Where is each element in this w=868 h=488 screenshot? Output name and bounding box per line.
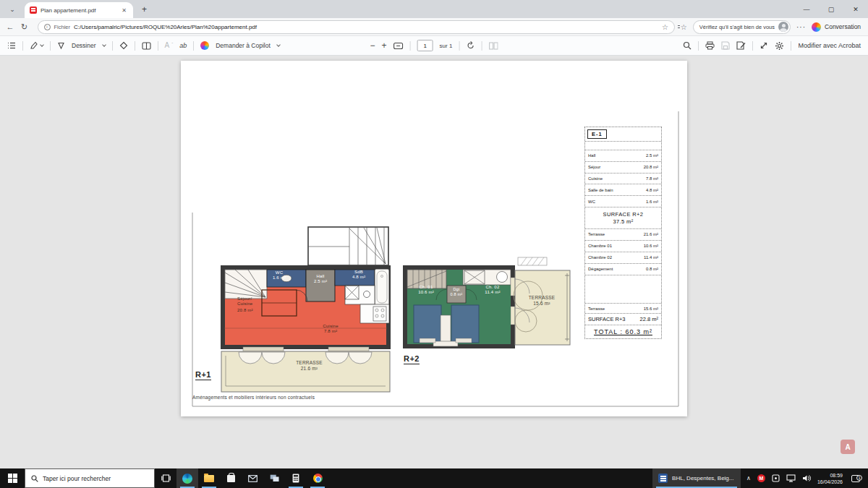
highlighter-icon[interactable] (30, 41, 43, 50)
taskbar-search-input[interactable] (43, 475, 144, 482)
calculator-icon (292, 474, 299, 483)
taskbar-store-button[interactable] (220, 468, 242, 488)
network-icon[interactable] (786, 474, 796, 482)
taskbar-search-box[interactable] (25, 468, 155, 488)
refresh-icon[interactable]: ↻ (17, 22, 32, 32)
favorites-list-icon[interactable]: ☆ (681, 23, 687, 31)
antivirus-icon[interactable]: M (757, 474, 765, 482)
new-tab-button[interactable]: + (142, 5, 147, 14)
profile-verification-button[interactable]: Vérifiez qu'il s'agit bien de vous (693, 20, 791, 34)
fullscreen-expand-icon[interactable] (760, 41, 768, 50)
read-aloud-icon[interactable]: ab (179, 43, 187, 49)
chambre1-label: Ch. 01 10.6 m² (411, 285, 441, 295)
print-icon[interactable] (705, 41, 715, 50)
save-icon[interactable] (721, 41, 730, 50)
ask-copilot-chevron-icon[interactable] (276, 43, 281, 47)
pdf-page: Séjour/ Cuisine 20.8 m² Cuisine 7.8 m² W… (181, 61, 687, 416)
draw-button[interactable]: Dessiner (72, 42, 96, 49)
search-icon (31, 475, 38, 482)
sdb-label: SdB 4.8 m² (346, 270, 372, 280)
minimize-button[interactable]: — (794, 0, 819, 18)
chambre2-label: Ch. 02 11.4 m² (477, 285, 508, 295)
draw-chevron-icon[interactable] (102, 43, 106, 47)
draw-pen-icon[interactable] (57, 42, 65, 50)
two-page-view-icon[interactable] (142, 42, 151, 50)
edge-icon (182, 474, 192, 484)
screens-icon (270, 474, 279, 482)
mail-icon (248, 475, 258, 482)
taskbar-calculator-button[interactable] (285, 468, 307, 488)
zoom-out-icon[interactable]: − (370, 41, 375, 50)
start-button[interactable] (0, 468, 25, 488)
tray-app-icon[interactable] (772, 474, 780, 482)
surface-r3-total: SURFACE R+322.8 m² (585, 314, 661, 325)
action-center-button[interactable]: 1 (849, 475, 862, 482)
legend-row: Terrasse21.6 m² (585, 229, 661, 241)
legend-row: Salle de bain4.8 m² (585, 184, 661, 196)
ask-copilot-button[interactable]: Demander à Copilot (216, 42, 271, 49)
rotate-icon[interactable] (466, 41, 475, 50)
tab-close-icon[interactable]: ✕ (120, 6, 128, 15)
close-button[interactable]: ✕ (843, 0, 868, 18)
plan-footnote: Aménagements et mobiliers intérieurs non… (192, 395, 315, 400)
taskbar-open-document-button[interactable]: BHL, Despentes, Beig... (652, 468, 741, 488)
pdf-viewer[interactable]: Séjour/ Cuisine 20.8 m² Cuisine 7.8 m² W… (0, 56, 868, 468)
volume-icon[interactable] (802, 474, 811, 482)
hall-label: Hall 2.5 m² (307, 274, 333, 284)
text-size-icon[interactable]: Aˆ (165, 42, 174, 49)
active-tab[interactable]: Plan appartement.pdf ✕ (25, 2, 133, 18)
terrasse2-label: TERRASSE 15.6 m² (519, 295, 564, 307)
acrobat-float-icon[interactable]: A (841, 440, 855, 454)
settings-gear-icon[interactable] (775, 41, 784, 51)
page-count-label: sur 1 (440, 43, 453, 49)
system-tray: ∧ M 08:59 16/04/2026 1 (741, 468, 868, 488)
tray-overflow-chevron-icon[interactable]: ∧ (746, 475, 751, 481)
highlighter-chevron-icon[interactable] (40, 43, 44, 47)
surface-r2-total: SURFACE R+2 37.5 m² (585, 207, 661, 229)
page-info-icon[interactable]: i (44, 24, 51, 30)
save-as-annotate-icon[interactable] (736, 41, 746, 50)
url-field[interactable]: i Fichier C:/Users/pamalric/Pictures/ROQ… (38, 20, 675, 34)
degagement-label: Dgt 0.8 m² (446, 287, 467, 296)
page-layout-icon[interactable] (488, 42, 498, 50)
maximize-button[interactable]: ▢ (819, 0, 843, 18)
tab-title: Plan appartement.pdf (41, 7, 116, 14)
terrasse1-label: TERRASSE 21.6 m² (278, 360, 340, 372)
page-number-input[interactable] (417, 40, 433, 51)
edge-window: ⌄ Plan appartement.pdf ✕ + — ▢ ✕ ← ↻ i F… (0, 0, 868, 488)
legend-row: Chambre 0211.4 m² (585, 252, 661, 264)
address-bar: ← ↻ i Fichier C:/Users/pamalric/Pictures… (0, 18, 868, 36)
pdf-favicon (30, 7, 37, 14)
edit-with-acrobat-button[interactable]: Modifier avec Acrobat (798, 42, 861, 49)
browser-menu-icon[interactable]: ··· (796, 23, 806, 31)
pdf-toolbar: Dessiner Aˆ ab Demander à Copilot − + (0, 36, 868, 56)
search-document-icon[interactable] (683, 41, 692, 50)
table-of-contents-icon[interactable] (7, 41, 16, 50)
legend-row: Dégagement0.8 m² (585, 264, 661, 275)
legend-row: Terrasse15.6 m² (585, 304, 661, 314)
taskbar-mail-button[interactable] (242, 468, 263, 488)
taskbar-explorer-button[interactable] (198, 468, 220, 488)
taskbar-edge-button[interactable] (176, 468, 198, 488)
fit-to-width-icon[interactable] (393, 42, 404, 50)
task-view-button[interactable] (155, 468, 176, 488)
store-icon (227, 475, 235, 482)
copilot-conversation-button[interactable]: Conversation (825, 23, 861, 30)
copilot-pdf-icon[interactable] (200, 41, 209, 50)
eraser-icon[interactable] (119, 41, 128, 50)
legend-row: Hall2.5 m² (585, 150, 661, 162)
taskbar: BHL, Despentes, Beig... ∧ M 08:59 16/04/… (0, 468, 868, 488)
taskbar-clock[interactable]: 08:59 16/04/2026 (817, 472, 843, 485)
favorite-star-icon[interactable]: ☆ (662, 23, 668, 31)
unit-label: E-1 (587, 129, 607, 139)
copilot-icon[interactable] (812, 22, 821, 32)
legend-row: WC1.6 m² (585, 196, 661, 207)
zoom-in-icon[interactable]: + (382, 41, 387, 50)
back-icon[interactable]: ← (3, 22, 17, 31)
file-explorer-icon (204, 475, 214, 482)
window-controls: — ▢ ✕ (794, 0, 868, 18)
tab-search-chevron-icon[interactable]: ⌄ (6, 3, 19, 16)
taskbar-connect-button[interactable] (263, 468, 285, 488)
sejour-label: Séjour/ Cuisine 20.8 m² (237, 296, 269, 314)
taskbar-chrome-button[interactable] (307, 468, 328, 488)
